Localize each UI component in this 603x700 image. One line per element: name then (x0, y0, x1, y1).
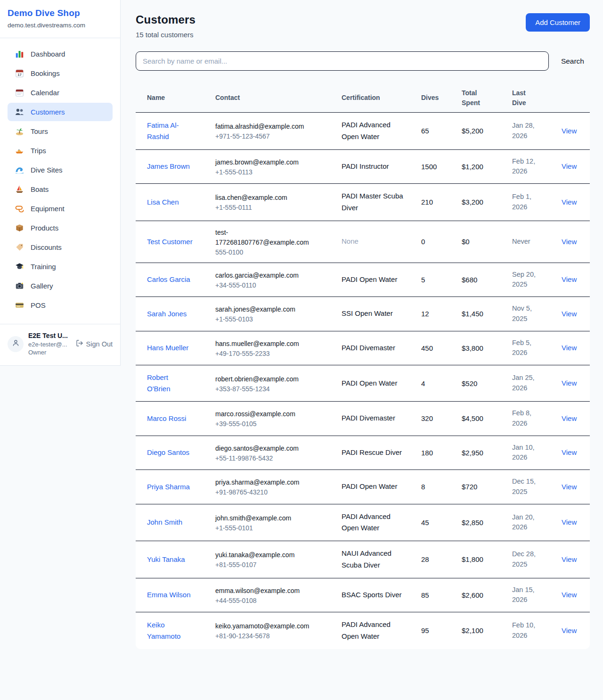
customer-dives: 180 (421, 449, 462, 457)
sidebar-item-pos[interactable]: POS (8, 296, 113, 314)
customer-name-link[interactable]: Sarah Jones (147, 308, 187, 320)
customer-total-spent: $2,100 (462, 626, 512, 634)
add-customer-button[interactable]: Add Customer (526, 13, 590, 32)
customer-name-link[interactable]: Keiko Yamamoto (147, 619, 193, 642)
customer-dives: 8 (421, 483, 462, 491)
page-title: Customers (136, 13, 196, 26)
customer-name-link[interactable]: Carlos Garcia (147, 274, 190, 285)
customer-name-link[interactable]: Lisa Chen (147, 197, 179, 208)
customer-phone: +81-90-1234-5678 (215, 632, 332, 640)
main-content: Customers 15 total customers Add Custome… (121, 0, 603, 663)
user-email: e2e-tester@... (28, 340, 71, 349)
customer-name-link[interactable]: Test Customer (147, 236, 193, 247)
customer-phone: +1-555-0103 (215, 315, 332, 323)
column-header-certification: Certification (342, 93, 421, 102)
sidebar-item-boats[interactable]: Boats (8, 180, 113, 198)
customer-name-link[interactable]: Emma Wilson (147, 589, 191, 601)
column-header-total-spent: Total Spent (462, 88, 484, 107)
customer-name-link[interactable]: Fatima Al-Rashid (147, 120, 193, 142)
customer-dives: 95 (421, 626, 462, 634)
view-customer-link[interactable]: View (562, 238, 577, 246)
customer-email: yuki.tanaka@example.com (215, 550, 318, 560)
table-header-row: Name Contact Certification Dives Total S… (136, 83, 590, 113)
view-customer-link[interactable]: View (562, 626, 577, 634)
sidebar-item-training[interactable]: Training (8, 257, 113, 276)
customer-name-link[interactable]: Marco Rossi (147, 413, 186, 424)
view-customer-link[interactable]: View (562, 275, 577, 283)
sidebar-item-discounts[interactable]: Discounts (8, 238, 113, 256)
customer-certification: PADI Open Water (342, 274, 405, 286)
search-button[interactable]: Search (561, 57, 584, 66)
sidebar-item-equipment[interactable]: Equipment (8, 199, 113, 218)
sidebar-item-bookings[interactable]: 17 Bookings (8, 64, 113, 82)
view-customer-link[interactable]: View (562, 162, 577, 170)
sign-out-label: Sign Out (86, 340, 113, 348)
customer-name-link[interactable]: Hans Mueller (147, 342, 188, 354)
customer-certification: PADI Divemaster (342, 342, 405, 354)
customer-certification: PADI Rescue Diver (342, 447, 405, 459)
customer-last-dive: Feb 5, 2026 (512, 338, 542, 359)
sidebar-item-label: Calendar (31, 89, 59, 97)
sidebar-item-trips[interactable]: Trips (8, 141, 113, 160)
customer-last-dive: Dec 15, 2025 (512, 477, 542, 497)
customer-total-spent: $2,600 (462, 591, 512, 599)
customer-last-dive: Sep 20, 2025 (512, 270, 542, 290)
search-input[interactable] (136, 51, 549, 71)
customer-name-link[interactable]: Priya Sharma (147, 481, 190, 493)
customer-name-link[interactable]: Diego Santos (147, 447, 189, 458)
sidebar-item-gallery[interactable]: Gallery (8, 277, 113, 295)
view-customer-link[interactable]: View (562, 344, 577, 352)
customer-last-dive: Nov 5, 2025 (512, 304, 542, 324)
column-header-name: Name (147, 93, 215, 102)
customer-last-dive: Never (512, 237, 542, 247)
view-customer-link[interactable]: View (562, 483, 577, 491)
sidebar-item-customers[interactable]: Customers (8, 103, 113, 121)
column-header-last-dive: Last Dive (512, 88, 535, 107)
customer-name-link[interactable]: James Brown (147, 161, 190, 172)
customer-dives: 210 (421, 198, 462, 206)
view-customer-link[interactable]: View (562, 379, 577, 387)
sidebar-item-label: Dive Sites (31, 166, 63, 174)
view-customer-link[interactable]: View (562, 414, 577, 422)
view-customer-link[interactable]: View (562, 448, 577, 456)
table-row: Fatima Al-Rashid fatima.alrashid@example… (136, 113, 590, 150)
customer-certification: PADI Open Water (342, 481, 405, 493)
customer-name-link[interactable]: John Smith (147, 517, 182, 528)
view-customer-link[interactable]: View (562, 198, 577, 206)
customer-name-link[interactable]: Robert O'Brien (147, 372, 193, 395)
package-icon (15, 223, 24, 232)
view-customer-link[interactable]: View (562, 591, 577, 599)
table-row: Hans Mueller hans.mueller@example.com +4… (136, 331, 590, 366)
customer-last-dive: Feb 10, 2026 (512, 620, 542, 641)
view-customer-link[interactable]: View (562, 555, 577, 563)
customer-last-dive: Dec 28, 2025 (512, 549, 542, 570)
sidebar-item-label: Products (31, 224, 58, 232)
wave-icon (15, 165, 24, 174)
person-icon (11, 338, 20, 349)
sign-out-button[interactable]: Sign Out (76, 339, 113, 348)
customer-email: lisa.chen@example.com (215, 193, 318, 203)
customer-email: john.smith@example.com (215, 513, 318, 523)
sidebar-item-label: Gallery (31, 282, 53, 290)
sidebar-item-tours[interactable]: Tours (8, 122, 113, 140)
customer-phone: +44-555-0108 (215, 597, 332, 604)
table-row: John Smith john.smith@example.com +1-555… (136, 504, 590, 542)
sidebar-item-dive-sites[interactable]: Dive Sites (8, 161, 113, 179)
customer-name-link[interactable]: Yuki Tanaka (147, 554, 185, 565)
view-customer-link[interactable]: View (562, 310, 577, 318)
customer-total-spent: $2,850 (462, 519, 512, 527)
customer-count: 15 total customers (136, 31, 196, 39)
customer-total-spent: $5,200 (462, 127, 512, 135)
view-customer-link[interactable]: View (562, 518, 577, 526)
sidebar-item-products[interactable]: Products (8, 219, 113, 237)
customer-total-spent: $1,800 (462, 555, 512, 563)
customer-email: priya.sharma@example.com (215, 478, 318, 487)
view-customer-link[interactable]: View (562, 127, 577, 135)
sidebar-item-label: Customers (31, 108, 65, 116)
customer-certification: PADI Instructor (342, 161, 405, 173)
table-row: Test Customer test-1772681807767@example… (136, 221, 590, 263)
diving-mask-icon (15, 204, 24, 213)
sidebar-item-label: POS (31, 301, 46, 309)
sidebar-item-dashboard[interactable]: Dashboard (8, 45, 113, 63)
sidebar-item-calendar[interactable]: Calendar (8, 83, 113, 102)
